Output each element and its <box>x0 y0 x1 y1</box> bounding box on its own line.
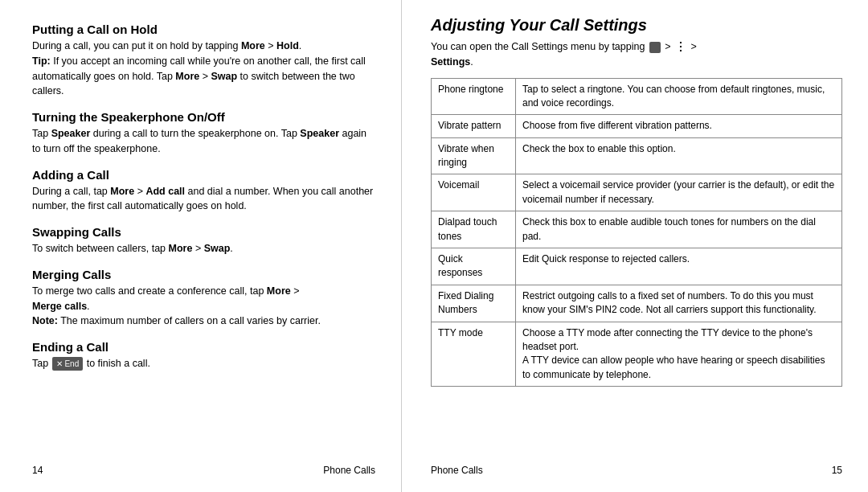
table-cell-label: Vibrate when ringing <box>432 137 516 174</box>
page-number: 14 <box>32 465 43 476</box>
section-title: Swapping Calls <box>32 225 375 239</box>
section-ending-call: Ending a Call Tap ✕ End to finish a call… <box>32 340 375 371</box>
table-cell-label: TTY mode <box>432 322 516 387</box>
table-row: Dialpad touch tones Check this box to en… <box>432 211 842 248</box>
section-body: During a call, tap More > Add call and d… <box>32 184 375 215</box>
section-adding-call: Adding a Call During a call, tap More > … <box>32 168 375 215</box>
table-cell-desc: Tap to select a ringtone. You can choose… <box>516 78 842 115</box>
table-cell-desc: Choose from five different vibration pat… <box>516 115 842 137</box>
footer-label: Phone Calls <box>323 465 375 476</box>
section-body: Tap Speaker during a call to turn the sp… <box>32 126 375 157</box>
table-row: Phone ringtone Tap to select a ringtone.… <box>432 78 842 115</box>
dots-icon: ︙ <box>674 41 687 54</box>
section-title: Ending a Call <box>32 340 375 354</box>
section-title: Adding a Call <box>32 168 375 182</box>
section-body: To switch between callers, tap More > Sw… <box>32 241 375 256</box>
section-body: Tap ✕ End to finish a call. <box>32 356 375 371</box>
table-cell-label: Vibrate pattern <box>432 115 516 137</box>
page-footer: Phone Calls 15 <box>431 458 842 476</box>
table-row: TTY mode Choose a TTY mode after connect… <box>432 322 842 387</box>
table-cell-desc: Choose a TTY mode after connecting the T… <box>516 322 842 387</box>
right-page: Adjusting Your Call Settings You can ope… <box>402 0 868 492</box>
page-number: 15 <box>832 465 842 476</box>
footer-label: Phone Calls <box>431 465 483 476</box>
settings-table: Phone ringtone Tap to select a ringtone.… <box>431 78 842 387</box>
phone-icon <box>649 42 661 53</box>
table-cell-desc: Check the box to enable this option. <box>516 137 842 174</box>
note-text: Note: The maximum number of callers on a… <box>32 314 375 329</box>
section-title: Merging Calls <box>32 268 375 281</box>
end-icon: ✕ End <box>52 357 84 371</box>
table-cell-label: Phone ringtone <box>432 78 516 115</box>
section-swapping-calls: Swapping Calls To switch between callers… <box>32 225 375 256</box>
table-row: Fixed Dialing Numbers Restrict outgoing … <box>432 285 842 322</box>
table-cell-desc: Edit Quick response to rejected callers. <box>516 248 842 285</box>
left-page: Putting a Call on Hold During a call, yo… <box>0 0 402 492</box>
page-intro: You can open the Call Settings menu by t… <box>431 39 842 70</box>
section-merging-calls: Merging Calls To merge two calls and cre… <box>32 268 375 329</box>
table-cell-desc: Restrict outgoing calls to a fixed set o… <box>516 285 842 322</box>
table-cell-desc: Select a voicemail service provider (you… <box>516 174 842 211</box>
table-row: Voicemail Select a voicemail service pro… <box>432 174 842 211</box>
table-cell-desc: Check this box to enable audible touch t… <box>516 211 842 248</box>
table-cell-label: Dialpad touch tones <box>432 211 516 248</box>
section-body: To merge two calls and create a conferen… <box>32 284 375 314</box>
table-cell-label: Quick responses <box>432 248 516 285</box>
tip-text: Tip: If you accept an incoming call whil… <box>32 54 375 99</box>
page-footer: 14 Phone Calls <box>32 458 375 476</box>
table-cell-label: Voicemail <box>432 174 516 211</box>
section-title: Putting a Call on Hold <box>32 23 375 36</box>
table-row: Quick responses Edit Quick response to r… <box>432 248 842 285</box>
section-putting-call-on-hold: Putting a Call on Hold During a call, yo… <box>32 23 375 99</box>
section-body: During a call, you can put it on hold by… <box>32 39 375 54</box>
table-row: Vibrate pattern Choose from five differe… <box>432 115 842 137</box>
table-cell-label: Fixed Dialing Numbers <box>432 285 516 322</box>
table-row: Vibrate when ringing Check the box to en… <box>432 137 842 174</box>
section-title: Turning the Speakerphone On/Off <box>32 110 375 124</box>
section-speakerphone: Turning the Speakerphone On/Off Tap Spea… <box>32 110 375 157</box>
page-title: Adjusting Your Call Settings <box>431 16 842 35</box>
